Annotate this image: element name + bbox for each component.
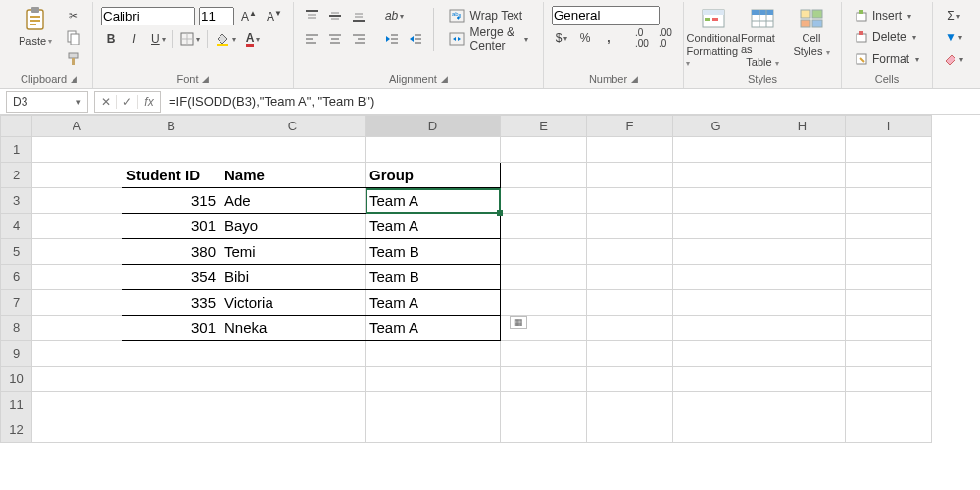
cell[interactable]: Victoria	[220, 290, 366, 316]
delete-cells-button[interactable]: Delete	[850, 27, 924, 47]
copy-button[interactable]	[63, 27, 84, 47]
row-header[interactable]: 2	[1, 163, 32, 188]
col-header-B[interactable]: B	[122, 116, 220, 137]
cancel-formula-button[interactable]: ✕	[95, 95, 117, 109]
cell[interactable]: Team A	[366, 214, 501, 239]
align-center-button[interactable]	[325, 29, 345, 49]
group-font: A▲ A▼ B I U A Font◢	[93, 2, 294, 88]
col-header-I[interactable]: I	[846, 116, 932, 137]
italic-button[interactable]: I	[124, 29, 144, 49]
cell[interactable]: Group	[366, 163, 501, 188]
cell[interactable]: Bayo	[220, 214, 366, 239]
row-header[interactable]: 9	[1, 341, 32, 367]
enter-formula-button[interactable]: ✓	[117, 95, 138, 109]
format-icon	[855, 52, 868, 66]
cell-selected[interactable]: Team A	[366, 188, 501, 214]
row-header[interactable]: 1	[1, 137, 32, 163]
format-cells-button[interactable]: Format	[850, 49, 924, 69]
comma-format-button[interactable]: ,	[599, 28, 618, 48]
align-middle-button[interactable]	[325, 6, 345, 25]
col-header-F[interactable]: F	[587, 116, 673, 137]
col-header-G[interactable]: G	[673, 116, 760, 137]
orientation-icon: ab	[385, 9, 398, 23]
group-label-clipboard: Clipboard	[21, 71, 67, 88]
decrease-decimal-button[interactable]: .00.0	[656, 28, 675, 48]
font-size-combo[interactable]	[199, 7, 234, 25]
cell[interactable]: Ade	[220, 188, 366, 214]
autofill-options-icon[interactable]: ▦	[510, 316, 527, 329]
format-as-table-button[interactable]: Format asTable ▾	[741, 6, 784, 69]
cell[interactable]: Team A	[366, 290, 501, 316]
name-box[interactable]: D3 ▾	[6, 91, 88, 113]
insert-cells-button[interactable]: Insert	[850, 6, 924, 25]
row-header[interactable]: 12	[1, 417, 32, 443]
increase-font-button[interactable]: A▲	[238, 6, 260, 25]
increase-decimal-button[interactable]: .0.00	[632, 28, 652, 48]
decrease-font-icon: A▼	[267, 9, 282, 24]
col-header-A[interactable]: A	[32, 116, 122, 137]
borders-button[interactable]	[177, 29, 203, 49]
col-header-H[interactable]: H	[760, 116, 846, 137]
cell[interactable]: Name	[220, 163, 366, 188]
row-header[interactable]: 10	[1, 367, 32, 392]
row-header[interactable]: 6	[1, 265, 32, 290]
row-header[interactable]: 11	[1, 392, 32, 417]
cell[interactable]: Team B	[366, 239, 501, 265]
number-format-combo[interactable]	[552, 6, 660, 24]
paste-button[interactable]: Paste▾	[14, 6, 57, 69]
cell[interactable]: Team B	[366, 265, 501, 290]
decrease-font-button[interactable]: A▼	[264, 6, 285, 25]
insert-function-button[interactable]: fx	[138, 95, 160, 109]
cell[interactable]: Nneka	[220, 316, 366, 341]
align-bottom-button[interactable]	[349, 6, 368, 25]
decrease-indent-button[interactable]	[382, 29, 402, 49]
fill-button[interactable]: ▼	[941, 27, 966, 47]
cell-styles-button[interactable]: CellStyles ▾	[790, 6, 833, 69]
cut-button[interactable]: ✂	[63, 6, 84, 25]
cell[interactable]: Student ID	[122, 163, 220, 188]
col-header-E[interactable]: E	[501, 116, 587, 137]
bold-button[interactable]: B	[101, 29, 121, 49]
spreadsheet[interactable]: A B C D E F G H I 1 2 Student ID Name Gr…	[0, 115, 980, 443]
cell[interactable]: Bibi	[220, 265, 366, 290]
align-left-button[interactable]	[302, 29, 321, 49]
font-name-combo[interactable]	[101, 7, 195, 25]
format-painter-button[interactable]	[63, 49, 84, 69]
cell[interactable]: Temi	[220, 239, 366, 265]
cell[interactable]: 301	[122, 214, 220, 239]
cell[interactable]: 315	[122, 188, 220, 214]
orientation-button[interactable]: ab	[382, 6, 407, 25]
cell[interactable]: 335	[122, 290, 220, 316]
col-header-C[interactable]: C	[220, 116, 366, 137]
align-top-button[interactable]	[302, 6, 321, 25]
cell[interactable]: 354	[122, 265, 220, 290]
align-right-button[interactable]	[349, 29, 368, 49]
merge-center-button[interactable]: Merge & Center	[442, 29, 535, 49]
underline-button[interactable]: U	[148, 29, 169, 49]
conditional-formatting-button[interactable]: ConditionalFormatting ▾	[692, 6, 735, 69]
select-all-corner[interactable]	[1, 116, 32, 137]
row-header[interactable]: 4	[1, 214, 32, 239]
row-header[interactable]: 5	[1, 239, 32, 265]
wrap-text-button[interactable]: ab Wrap Text	[442, 6, 535, 25]
accounting-format-button[interactable]: $	[552, 28, 571, 48]
formula-input[interactable]: =IF(ISODD(B3),"Team A", "Team B")	[161, 94, 980, 109]
cell[interactable]: 380	[122, 239, 220, 265]
clear-button[interactable]	[941, 49, 966, 69]
cell[interactable]: 301	[122, 316, 220, 341]
group-label-number: Number	[589, 71, 627, 88]
cell[interactable]: Team A	[366, 316, 501, 341]
row-header[interactable]: 3	[1, 188, 32, 214]
fill-color-button[interactable]	[212, 29, 239, 49]
dialog-launcher-icon[interactable]: ◢	[631, 71, 638, 88]
dialog-launcher-icon[interactable]: ◢	[202, 71, 209, 88]
autosum-button[interactable]: Σ	[941, 6, 966, 25]
dialog-launcher-icon[interactable]: ◢	[71, 71, 77, 88]
percent-format-button[interactable]: %	[575, 28, 595, 48]
row-header[interactable]: 8	[1, 316, 32, 341]
col-header-D[interactable]: D	[366, 116, 501, 137]
increase-indent-button[interactable]	[406, 29, 425, 49]
font-color-button[interactable]: A	[243, 29, 264, 49]
row-header[interactable]: 7	[1, 290, 32, 316]
dialog-launcher-icon[interactable]: ◢	[441, 71, 448, 88]
